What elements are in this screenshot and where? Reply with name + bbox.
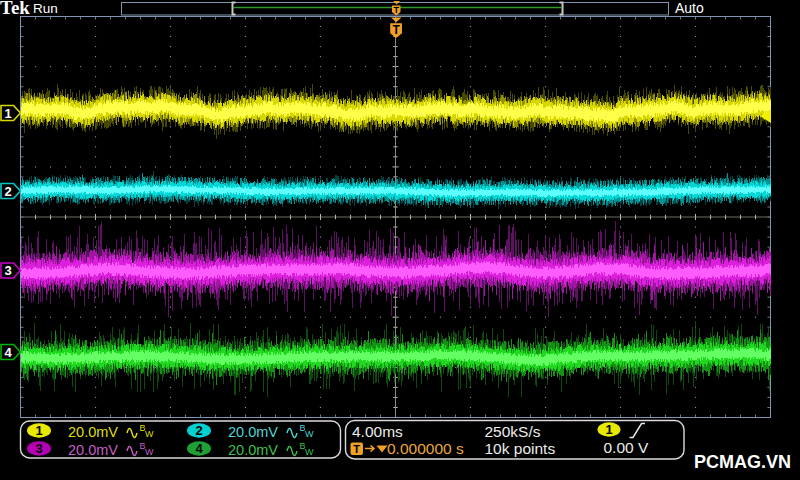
svg-text:1: 1 bbox=[605, 422, 612, 437]
svg-text:20.0mV: 20.0mV bbox=[68, 442, 118, 458]
svg-text:20.0mV: 20.0mV bbox=[68, 424, 118, 440]
svg-text:Tek: Tek bbox=[0, 0, 30, 18]
svg-text:250kS/s: 250kS/s bbox=[485, 423, 541, 440]
svg-text:PCMAG.VN: PCMAG.VN bbox=[694, 452, 791, 472]
svg-text:10k points: 10k points bbox=[485, 440, 556, 457]
svg-text:Run: Run bbox=[33, 1, 58, 16]
svg-text:0.000000 s: 0.000000 s bbox=[387, 440, 464, 457]
svg-text:3: 3 bbox=[35, 441, 42, 456]
svg-text:0.00 V: 0.00 V bbox=[604, 439, 649, 456]
svg-text:W: W bbox=[145, 429, 154, 439]
svg-text:T: T bbox=[394, 5, 400, 15]
svg-text:1: 1 bbox=[35, 423, 42, 438]
svg-text:2: 2 bbox=[195, 423, 202, 438]
svg-text:4: 4 bbox=[195, 441, 203, 456]
svg-text:4: 4 bbox=[4, 345, 12, 360]
svg-text:20.0mV: 20.0mV bbox=[228, 442, 278, 458]
svg-text:T: T bbox=[392, 23, 400, 37]
svg-text:3: 3 bbox=[4, 263, 11, 278]
svg-text:4.00ms: 4.00ms bbox=[352, 423, 403, 440]
svg-text:2: 2 bbox=[4, 184, 11, 199]
svg-text:T: T bbox=[353, 443, 360, 455]
svg-text:W: W bbox=[305, 447, 314, 457]
svg-text:20.0mV: 20.0mV bbox=[228, 424, 278, 440]
svg-text:W: W bbox=[305, 429, 314, 439]
svg-text:W: W bbox=[145, 447, 154, 457]
svg-text:Auto: Auto bbox=[675, 0, 704, 16]
svg-text:1: 1 bbox=[4, 106, 11, 121]
